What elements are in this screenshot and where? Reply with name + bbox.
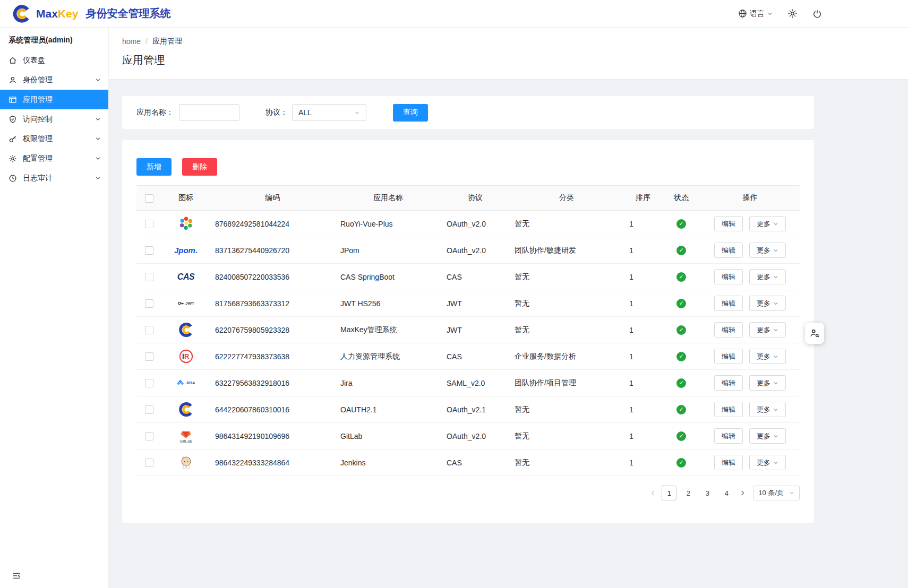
theme-settings-floating-button[interactable] <box>805 323 824 344</box>
app-sort: 1 <box>629 326 633 334</box>
edit-button[interactable]: 编辑 <box>714 296 743 311</box>
logout-power-icon[interactable] <box>812 9 822 19</box>
row-checkbox[interactable] <box>145 220 153 228</box>
brand: MaxKey 身份安全管理系统 <box>12 4 170 24</box>
jpom-logo-icon: Jpom. <box>174 241 198 260</box>
edit-button[interactable]: 编辑 <box>714 375 743 391</box>
app-name-input[interactable] <box>179 104 239 121</box>
page-title: 应用管理 <box>122 53 895 67</box>
table-header-row: 图标编码应用名称协议分类排序状态操作 <box>136 186 800 211</box>
row-checkbox[interactable] <box>145 273 153 281</box>
prev-page-button[interactable] <box>649 489 657 497</box>
column-header: 操作 <box>700 186 800 211</box>
more-button[interactable]: 更多 <box>749 455 786 470</box>
edit-button[interactable]: 编辑 <box>714 402 743 417</box>
select-all-checkbox[interactable] <box>145 194 153 203</box>
sidebar-item-permission[interactable]: 权限管理 <box>0 129 108 149</box>
more-button[interactable]: 更多 <box>749 243 786 258</box>
language-menu[interactable]: 语言 <box>738 9 773 19</box>
gitlab-logo-icon: GitLab <box>179 427 192 446</box>
table-row: JWT 817568793663373312 JWT HS256 JWT 暂无 … <box>136 290 800 317</box>
search-button[interactable]: 查询 <box>393 104 428 122</box>
chevron-down-icon <box>354 110 360 116</box>
app-category: 团队协作/项目管理 <box>515 378 576 387</box>
page-size-value: 10 条/页 <box>758 488 784 498</box>
brand-key: Key <box>58 7 79 20</box>
row-checkbox[interactable] <box>145 326 153 334</box>
sidebar-item-identity[interactable]: 身份管理 <box>0 70 108 90</box>
protocol-select[interactable]: ALL <box>292 104 366 121</box>
edit-button[interactable]: 编辑 <box>714 216 743 231</box>
edit-button[interactable]: 编辑 <box>714 322 743 338</box>
more-button[interactable]: 更多 <box>749 296 786 311</box>
sidebar-item-access[interactable]: 访问控制 <box>0 109 108 129</box>
row-checkbox[interactable] <box>145 459 153 467</box>
app-name: Jira <box>340 379 353 387</box>
user-wrench-icon <box>809 328 820 339</box>
app-name: JPom <box>340 246 359 255</box>
app-code: 986431492190109696 <box>215 432 289 440</box>
access-icon <box>8 115 17 124</box>
app-sort: 1 <box>629 220 633 228</box>
more-button[interactable]: 更多 <box>749 402 786 417</box>
row-checkbox[interactable] <box>145 246 153 255</box>
more-button[interactable]: 更多 <box>749 216 786 231</box>
sidebar-item-label: 配置管理 <box>23 154 89 163</box>
sidebar-item-config[interactable]: 配置管理 <box>0 149 108 168</box>
row-checkbox[interactable] <box>145 352 153 361</box>
status-active-icon <box>676 219 686 229</box>
edit-button[interactable]: 编辑 <box>714 349 743 364</box>
more-button[interactable]: 更多 <box>749 349 786 364</box>
app-name-label: 应用名称： <box>136 108 174 117</box>
page-size-select[interactable]: 10 条/页 <box>753 486 800 500</box>
app-category: 暂无 <box>515 272 529 281</box>
brand-max: Max <box>36 7 58 20</box>
more-button[interactable]: 更多 <box>749 269 786 284</box>
page-button-4[interactable]: 4 <box>719 486 734 500</box>
row-checkbox[interactable] <box>145 405 153 414</box>
breadcrumb-home-link[interactable]: home <box>122 37 141 46</box>
collapse-sidebar-button[interactable] <box>12 571 21 581</box>
app-category: 暂无 <box>515 405 529 413</box>
jwt-logo-icon: JWT <box>177 294 194 313</box>
more-button[interactable]: 更多 <box>749 428 786 444</box>
chevron-down-icon <box>773 407 778 412</box>
edit-button[interactable]: 编辑 <box>714 455 743 470</box>
page-button-2[interactable]: 2 <box>681 486 696 500</box>
more-button-label: 更多 <box>757 458 770 468</box>
table-row: R 622227747938373638 人力资源管理系统 CAS 企业服务/数… <box>136 343 800 370</box>
row-checkbox[interactable] <box>145 432 153 440</box>
more-button-label: 更多 <box>757 272 770 282</box>
settings-gear-icon[interactable] <box>787 8 798 19</box>
app-protocol: OAuth_v2.0 <box>447 220 486 228</box>
app-name: RuoYi-Vue-Plus <box>340 220 393 228</box>
language-label: 语言 <box>750 9 765 19</box>
app-code: 622227747938373638 <box>215 352 289 361</box>
column-header: 协议 <box>441 186 509 211</box>
more-button[interactable]: 更多 <box>749 375 786 391</box>
delete-button[interactable]: 删除 <box>182 158 217 176</box>
chevron-down-icon <box>773 381 778 386</box>
page-button-1[interactable]: 1 <box>662 486 676 500</box>
edit-button[interactable]: 编辑 <box>714 428 743 444</box>
edit-button[interactable]: 编辑 <box>714 269 743 284</box>
column-header: 状态 <box>662 186 700 211</box>
row-checkbox[interactable] <box>145 299 153 308</box>
app-code: 817568793663373312 <box>215 299 289 308</box>
more-button-label: 更多 <box>757 246 770 255</box>
column-header: 图标 <box>162 186 210 211</box>
row-checkbox[interactable] <box>145 379 153 387</box>
sidebar-item-apps[interactable]: 应用管理 <box>0 90 108 109</box>
sidebar-item-label: 身份管理 <box>23 75 89 85</box>
sidebar-item-label: 权限管理 <box>23 134 89 144</box>
app-protocol: JWT <box>447 326 462 334</box>
edit-button[interactable]: 编辑 <box>714 243 743 258</box>
sidebar-item-audit[interactable]: 日志审计 <box>0 168 108 188</box>
chevron-down-icon <box>773 221 778 227</box>
next-page-button[interactable] <box>738 489 747 497</box>
sidebar-item-dashboard[interactable]: 仪表盘 <box>0 50 108 70</box>
add-button[interactable]: 新增 <box>136 158 172 176</box>
page-button-3[interactable]: 3 <box>700 486 715 500</box>
app-sort: 1 <box>629 459 633 467</box>
more-button[interactable]: 更多 <box>749 322 786 338</box>
